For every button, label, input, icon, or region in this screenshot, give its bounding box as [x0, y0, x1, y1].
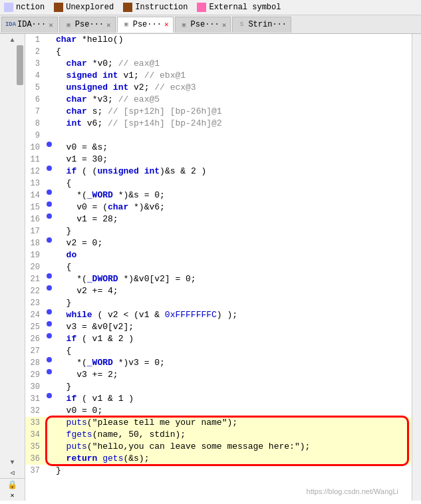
line-number: 18 — [25, 237, 44, 249]
tab-pse1-icon: ▣ — [64, 20, 73, 29]
breakpoint-indicator — [47, 273, 52, 279]
line-number: 28 — [25, 357, 44, 369]
code-row: 7 char s; // [sp+12h] [bp-26h]@1 — [25, 106, 412, 118]
code-row: 36 return gets(&s); — [25, 453, 412, 465]
code-content: char *v0; // eax@1 — [55, 58, 412, 70]
code-content: } — [55, 297, 412, 309]
code-row: 14 *(_WORD *)&s = 0; — [25, 189, 412, 201]
code-content: while ( v2 < (v1 & 0xFFFFFFFC) ); — [55, 309, 412, 321]
code-row: 4 signed int v1; // ebx@1 — [25, 70, 412, 82]
line-number: 1 — [25, 34, 44, 46]
breakpoint-dot[interactable] — [44, 357, 55, 362]
line-number: 4 — [25, 70, 44, 82]
code-content: { — [55, 345, 412, 357]
code-row: 2{ — [25, 46, 412, 58]
line-number: 21 — [25, 273, 44, 285]
line-number: 27 — [25, 345, 44, 357]
content-wrapper: 1char *hello()2{3 char *v0; // eax@14 si… — [25, 34, 412, 501]
code-content: v0 = (char *)&v6; — [55, 201, 412, 213]
breakpoint-dot[interactable] — [44, 309, 55, 315]
breakpoint-indicator — [47, 285, 52, 291]
code-row: 13 { — [25, 178, 412, 189]
tab-pse2[interactable]: ▣ Pse··· ✕ — [117, 17, 174, 33]
breakpoint-indicator — [47, 142, 52, 147]
scroll-down-arrow[interactable]: ▼ — [9, 457, 15, 467]
code-content: v1 = 30; — [55, 154, 412, 166]
breakpoint-dot[interactable] — [44, 201, 55, 207]
code-row: 5 unsigned int v2; // ecx@3 — [25, 82, 412, 94]
code-row: 17 } — [25, 225, 412, 237]
tab-strin[interactable]: S Strin··· — [232, 17, 291, 33]
code-row: 10 v0 = &s; — [25, 142, 412, 154]
tab-pse1[interactable]: ▣ Pse··· ✕ — [59, 17, 116, 33]
tab-pse3-close[interactable]: ✕ — [222, 21, 227, 29]
line-number: 37 — [25, 465, 44, 477]
code-content: { — [55, 261, 412, 273]
tab-pse2-close[interactable]: ✕ — [164, 20, 169, 29]
line-number: 34 — [25, 429, 44, 441]
code-content: int v6; // [sp+14h] [bp-24h]@2 — [55, 118, 412, 130]
code-content: v0 = &s; — [55, 142, 412, 154]
tab-strin-label: Strin··· — [248, 20, 287, 29]
breakpoint-dot[interactable] — [44, 333, 55, 338]
code-row: 15 v0 = (char *)&v6; — [25, 201, 412, 213]
breakpoint-dot[interactable] — [44, 369, 55, 374]
code-content: } — [55, 465, 412, 477]
breakpoint-dot[interactable] — [44, 142, 55, 147]
code-content: signed int v1; // ebx@1 — [55, 70, 412, 82]
legend-external-color — [197, 3, 206, 12]
legend-instruction-color — [123, 3, 132, 12]
code-content: return gets(&s); — [55, 453, 412, 465]
breakpoint-dot[interactable] — [44, 393, 55, 398]
code-content: *(_WORD *)v3 = 0; — [55, 357, 412, 369]
scrollbar-thumb[interactable] — [17, 45, 23, 85]
breakpoint-dot[interactable] — [44, 189, 55, 195]
scroll-up-arrow[interactable]: ▲ — [9, 35, 15, 45]
lock-icon[interactable]: 🔒 — [7, 480, 17, 490]
legend-external: External symbol — [197, 3, 281, 12]
code-row: 33 puts("please tell me your name"); — [25, 417, 412, 429]
code-row: 27 { — [25, 345, 412, 357]
close-panel-icon[interactable]: ✕ — [10, 491, 14, 499]
code-content: unsigned int v2; // ecx@3 — [55, 82, 412, 94]
collapse-left-icon[interactable]: ◁ — [10, 469, 14, 477]
breakpoint-dot[interactable] — [44, 273, 55, 279]
legend-nction-color — [4, 3, 13, 12]
code-row: 21 *(_DWORD *)&v0[v2] = 0; — [25, 273, 412, 285]
code-row: 1char *hello() — [25, 34, 412, 46]
code-content: fgets(name, 50, stdin); — [55, 429, 412, 441]
code-scroll[interactable]: 1char *hello()2{3 char *v0; // eax@14 si… — [25, 34, 412, 501]
legend-instruction: Instruction — [123, 3, 188, 12]
right-scrollbar[interactable] — [412, 34, 421, 501]
tab-pse1-label: Pse··· — [75, 20, 104, 29]
line-number: 2 — [25, 46, 44, 58]
breakpoint-dot[interactable] — [44, 237, 55, 243]
line-number: 16 — [25, 213, 44, 225]
legend-unexplored-color — [54, 3, 63, 12]
tab-strin-icon: S — [237, 20, 246, 29]
code-content: v2 = 0; — [55, 237, 412, 249]
code-container: 1char *hello()2{3 char *v0; // eax@14 si… — [25, 34, 412, 477]
code-row: 22 v2 += 4; — [25, 285, 412, 297]
code-row: 29 v3 += 2; — [25, 369, 412, 381]
tab-ida-close[interactable]: ✕ — [49, 21, 53, 29]
code-row: 8 int v6; // [sp+14h] [bp-24h]@2 — [25, 118, 412, 130]
tab-pse3[interactable]: ▣ Pse··· ✕ — [175, 17, 231, 33]
code-content: puts("hello,you can leave some message h… — [55, 441, 412, 453]
breakpoint-dot[interactable] — [44, 321, 55, 326]
code-content: v1 = 28; — [55, 213, 412, 225]
legend-unexplored-label: Unexplored — [66, 3, 114, 12]
breakpoint-dot[interactable] — [44, 213, 55, 219]
tab-pse1-close[interactable]: ✕ — [106, 21, 111, 29]
line-number: 10 — [25, 142, 44, 154]
breakpoint-dot[interactable] — [44, 166, 55, 171]
tab-ida[interactable]: IDA IDA··· ✕ — [1, 17, 58, 33]
line-number: 12 — [25, 166, 44, 178]
code-row: 9 — [25, 130, 412, 142]
line-number: 14 — [25, 189, 44, 201]
line-number: 5 — [25, 82, 44, 94]
code-content: *(_DWORD *)&v0[v2] = 0; — [55, 273, 412, 285]
code-content: v3 += 2; — [55, 369, 412, 381]
code-row: 28 *(_WORD *)v3 = 0; — [25, 357, 412, 369]
breakpoint-dot[interactable] — [44, 285, 55, 291]
